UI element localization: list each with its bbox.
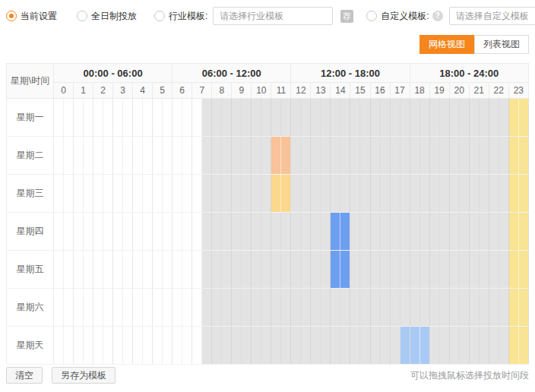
time-cell[interactable] [331, 175, 340, 213]
time-cell[interactable] [242, 327, 252, 365]
time-cell[interactable] [439, 327, 449, 365]
time-cell[interactable] [449, 289, 459, 327]
time-cell[interactable] [439, 99, 449, 137]
time-cell[interactable] [469, 251, 479, 289]
time-cell[interactable] [291, 289, 301, 327]
time-cell[interactable] [261, 327, 271, 365]
time-cell[interactable] [340, 213, 350, 251]
time-cell[interactable] [271, 137, 281, 175]
time-cell[interactable] [380, 99, 390, 137]
time-cell[interactable] [321, 327, 331, 365]
time-cell[interactable] [291, 175, 301, 213]
time-cell[interactable] [103, 137, 113, 175]
time-cell[interactable] [74, 327, 84, 365]
time-cell[interactable] [113, 251, 123, 289]
time-cell[interactable] [64, 251, 74, 289]
time-cell[interactable] [222, 175, 232, 213]
time-cell[interactable] [271, 175, 281, 213]
time-cell[interactable] [281, 175, 291, 213]
time-cell[interactable] [360, 289, 370, 327]
time-cell[interactable] [459, 251, 469, 289]
time-cell[interactable] [54, 289, 64, 327]
time-cell[interactable] [192, 137, 202, 175]
time-cell[interactable] [410, 327, 419, 365]
radio-custom-template[interactable]: 自定义模板: [366, 10, 429, 23]
save-as-template-button[interactable]: 另存为模板 [52, 367, 116, 384]
time-cell[interactable] [459, 175, 469, 213]
time-cell[interactable] [340, 99, 350, 137]
time-cell[interactable] [54, 251, 64, 289]
time-cell[interactable] [123, 213, 133, 251]
time-cell[interactable] [489, 137, 499, 175]
time-cell[interactable] [123, 251, 133, 289]
time-cell[interactable] [93, 213, 103, 251]
time-cell[interactable] [301, 175, 311, 213]
time-cell[interactable] [103, 327, 113, 365]
time-cell[interactable] [143, 213, 153, 251]
time-cell[interactable] [400, 137, 410, 175]
time-cell[interactable] [419, 251, 429, 289]
time-cell[interactable] [64, 213, 74, 251]
time-cell[interactable] [479, 99, 489, 137]
time-cell[interactable] [479, 137, 489, 175]
time-cell[interactable] [252, 327, 261, 365]
time-cell[interactable] [301, 251, 311, 289]
time-cell[interactable] [469, 137, 479, 175]
time-cell[interactable] [410, 175, 419, 213]
time-cell[interactable] [163, 251, 173, 289]
time-cell[interactable] [301, 213, 311, 251]
time-cell[interactable] [340, 137, 350, 175]
time-cell[interactable] [350, 289, 360, 327]
time-cell[interactable] [261, 99, 271, 137]
time-cell[interactable] [380, 175, 390, 213]
time-cell[interactable] [311, 175, 321, 213]
time-cell[interactable] [321, 175, 331, 213]
time-cell[interactable] [74, 175, 84, 213]
time-cell[interactable] [202, 251, 212, 289]
time-cell[interactable] [508, 213, 518, 251]
time-cell[interactable] [350, 137, 360, 175]
time-cell[interactable] [222, 213, 232, 251]
time-cell[interactable] [84, 137, 93, 175]
time-cell[interactable] [449, 251, 459, 289]
time-cell[interactable] [113, 327, 123, 365]
time-cell[interactable] [143, 99, 153, 137]
time-cell[interactable] [301, 327, 311, 365]
time-cell[interactable] [202, 213, 212, 251]
time-cell[interactable] [261, 175, 271, 213]
grid-view-button[interactable]: 网格视图 [419, 35, 474, 54]
time-cell[interactable] [479, 327, 489, 365]
time-cell[interactable] [133, 327, 143, 365]
time-cell[interactable] [202, 175, 212, 213]
time-cell[interactable] [360, 99, 370, 137]
time-cell[interactable] [350, 213, 360, 251]
time-cell[interactable] [103, 289, 113, 327]
time-cell[interactable] [439, 175, 449, 213]
time-cell[interactable] [212, 213, 222, 251]
time-cell[interactable] [242, 175, 252, 213]
time-cell[interactable] [232, 251, 242, 289]
time-cell[interactable] [360, 213, 370, 251]
time-cell[interactable] [518, 99, 528, 137]
time-cell[interactable] [489, 251, 499, 289]
time-cell[interactable] [508, 327, 518, 365]
time-cell[interactable] [439, 251, 449, 289]
time-cell[interactable] [64, 289, 74, 327]
time-cell[interactable] [192, 251, 202, 289]
time-cell[interactable] [54, 137, 64, 175]
time-cell[interactable] [252, 175, 261, 213]
time-cell[interactable] [93, 327, 103, 365]
time-cell[interactable] [429, 99, 439, 137]
time-cell[interactable] [370, 99, 380, 137]
time-cell[interactable] [261, 213, 271, 251]
time-cell[interactable] [479, 213, 489, 251]
time-cell[interactable] [469, 327, 479, 365]
time-cell[interactable] [182, 251, 192, 289]
time-cell[interactable] [74, 213, 84, 251]
time-cell[interactable] [242, 99, 252, 137]
time-cell[interactable] [261, 251, 271, 289]
time-cell[interactable] [281, 137, 291, 175]
time-cell[interactable] [410, 251, 419, 289]
time-cell[interactable] [123, 99, 133, 137]
time-cell[interactable] [54, 175, 64, 213]
